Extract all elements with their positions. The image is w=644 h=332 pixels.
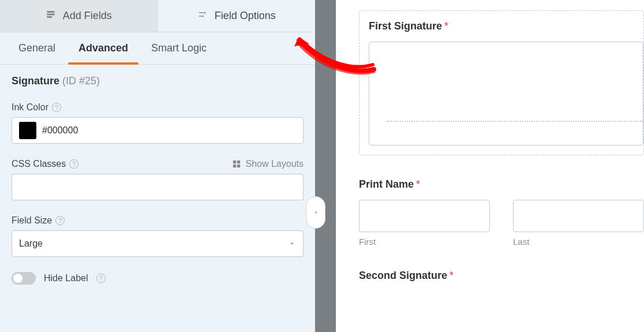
show-layouts-button[interactable]: Show Layouts: [233, 159, 304, 169]
layouts-icon: [233, 160, 241, 168]
field-size-select[interactable]: Large: [12, 230, 304, 257]
field-header: Signature (ID #25): [12, 75, 304, 87]
help-icon[interactable]: ?: [55, 216, 65, 225]
option-hide-label: Hide Label ?: [12, 272, 304, 285]
svg-rect-5: [233, 161, 236, 163]
field-label: Print Name*: [359, 178, 644, 191]
collapse-handle[interactable]: [306, 196, 325, 229]
css-classes-label: CSS Classes: [12, 159, 66, 169]
preview-print-name: Print Name* First Last: [359, 178, 644, 247]
sub-tabs: General Advanced Smart Logic: [0, 32, 315, 65]
svg-rect-7: [233, 165, 236, 167]
help-icon[interactable]: ?: [52, 103, 61, 112]
chevron-left-icon: [313, 208, 319, 217]
svg-rect-0: [47, 11, 55, 13]
field-label-text: First Signature: [369, 20, 442, 32]
ink-color-label: Ink Color: [12, 102, 48, 113]
tab-label: Add Fields: [63, 10, 112, 22]
sidebar-panel: Add Fields Field Options General Advance…: [0, 0, 315, 332]
field-size-value: Large: [19, 238, 43, 249]
required-asterisk: *: [444, 20, 448, 32]
field-label-text: Print Name: [359, 178, 414, 190]
first-name-column: First: [359, 200, 490, 247]
help-icon[interactable]: ?: [96, 274, 106, 283]
field-label: Second Signature*: [359, 270, 644, 282]
option-ink-color: Ink Color ? #000000: [12, 102, 304, 144]
show-layouts-label: Show Layouts: [245, 159, 304, 169]
preview-first-signature[interactable]: First Signature*: [359, 10, 644, 155]
last-name-column: Last: [513, 200, 644, 247]
panel-divider: [315, 0, 336, 332]
svg-rect-2: [47, 16, 52, 18]
preview-second-signature: Second Signature*: [359, 270, 644, 282]
field-type-name: Signature: [12, 75, 59, 87]
subtab-advanced[interactable]: Advanced: [68, 32, 138, 64]
options-body: Signature (ID #25) Ink Color ? #000000: [0, 65, 315, 332]
field-size-label: Field Size: [12, 215, 52, 226]
subtab-smart-logic[interactable]: Smart Logic: [141, 32, 217, 64]
ink-color-value: #000000: [42, 125, 78, 136]
field-label-text: Second Signature: [359, 270, 447, 281]
svg-rect-1: [47, 14, 55, 16]
help-icon[interactable]: ?: [69, 159, 78, 169]
form-icon: [46, 9, 56, 23]
last-name-sublabel: Last: [513, 237, 644, 247]
field-label: First Signature*: [369, 20, 643, 32]
last-name-input[interactable]: [513, 200, 644, 232]
first-name-input[interactable]: [359, 200, 490, 232]
option-field-size: Field Size ? Large: [12, 215, 304, 257]
tab-add-fields[interactable]: Add Fields: [0, 0, 158, 32]
svg-point-4: [202, 16, 204, 17]
svg-rect-8: [237, 165, 240, 167]
subtab-general[interactable]: General: [8, 32, 66, 64]
first-name-sublabel: First: [359, 237, 490, 247]
tab-label: Field Options: [215, 10, 276, 22]
form-preview: First Signature* Print Name* First Last: [336, 0, 644, 332]
svg-rect-6: [237, 161, 240, 163]
signature-baseline: [387, 121, 643, 122]
color-swatch[interactable]: [19, 122, 36, 139]
tab-field-options[interactable]: Field Options: [158, 0, 316, 32]
hide-label-text: Hide Label: [44, 273, 88, 283]
ink-color-input[interactable]: #000000: [12, 117, 304, 144]
field-id: (ID #25): [62, 75, 100, 87]
css-classes-input[interactable]: [12, 174, 304, 200]
required-asterisk: *: [416, 178, 420, 190]
hide-label-toggle[interactable]: [12, 272, 36, 285]
chevron-down-icon: [288, 240, 296, 248]
option-css-classes: CSS Classes ? Show Layouts: [12, 159, 304, 200]
sliders-icon: [197, 9, 208, 23]
main-tabs: Add Fields Field Options: [0, 0, 315, 32]
required-asterisk: *: [450, 270, 454, 281]
signature-pad[interactable]: [369, 42, 643, 146]
